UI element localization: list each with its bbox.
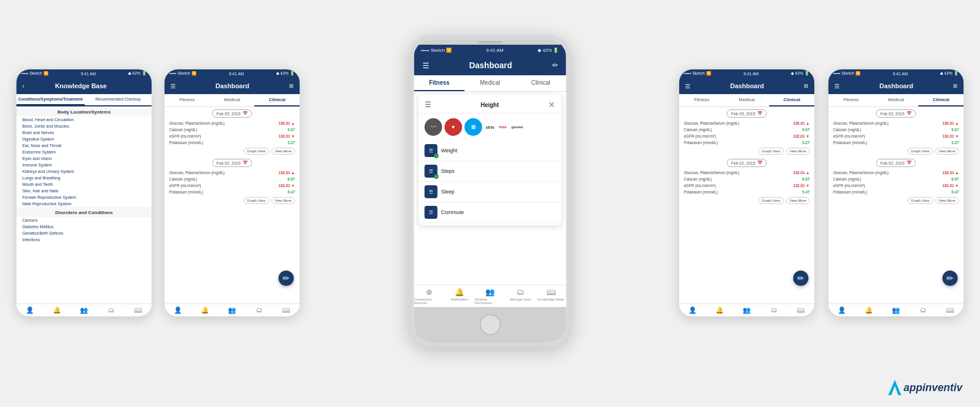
p4-tab-medical[interactable]: Medical (724, 94, 770, 106)
p2-bt-5[interactable]: 📖 (273, 306, 300, 314)
p2-bt-3[interactable]: 👥 (219, 306, 246, 314)
p4-tab-clinical[interactable]: Clinical (769, 94, 814, 106)
kb-link-blood[interactable]: Blood, Heart and Circulation (16, 116, 152, 123)
p4-bt-5[interactable]: 📖 (787, 306, 814, 314)
p5-bt-1[interactable]: 👤 (828, 306, 855, 314)
kb-link-infections[interactable]: Infections (16, 236, 152, 243)
bottom-tab-profile[interactable]: 👤 (16, 306, 43, 314)
bottom-tab-kb[interactable]: 📖 (125, 306, 152, 314)
p5-more-btn-2[interactable]: View More (935, 197, 959, 204)
view-more-btn-2[interactable]: View More (271, 197, 295, 204)
p5-tab-fitness[interactable]: Fitness (828, 94, 874, 106)
phone5-fab[interactable]: ✏ (942, 271, 958, 286)
p5-graph-btn-1[interactable]: Graph View (908, 148, 933, 155)
graph-view-btn-1[interactable]: Graph View (244, 148, 269, 155)
kb-link-mouth[interactable]: Mouth and Teeth (16, 181, 152, 188)
kb-link-male[interactable]: Male Reproductive System (16, 201, 152, 207)
phonec-item-sleep[interactable]: ☰ Sleep (419, 182, 562, 202)
tab-fitness[interactable]: Fitness (165, 94, 210, 106)
kb-link-diabetes[interactable]: Diabetes Mellitus (16, 223, 152, 230)
p4-bt-3[interactable]: 👥 (733, 306, 760, 314)
p5-bt-5[interactable]: 📖 (937, 306, 964, 314)
tab-medical[interactable]: Medical (210, 94, 255, 106)
p2-bt-1[interactable]: 👤 (165, 306, 192, 314)
phonec-bt-sharing[interactable]: 👥 Sharing Permission (475, 288, 505, 305)
p2-bt-4[interactable]: 🗂 (246, 306, 273, 314)
phone4-fab[interactable]: ✏ (793, 271, 808, 286)
p5-tab-clinical[interactable]: Clinical (918, 94, 964, 106)
phonec-tab-fitness[interactable]: Fitness (414, 75, 465, 91)
phone-2: ••••• Sketch 🛜 9:41 AM ◆ 42% 🔋 ☰ Dashboa… (165, 69, 300, 316)
p4-tab-fitness[interactable]: Fitness (679, 94, 724, 106)
phone2-btn-row1: Graph View View More (165, 146, 300, 156)
kb-link-endocrine[interactable]: Endocrine System (16, 149, 152, 155)
phonec-menu-icon[interactable]: ☰ (422, 61, 429, 70)
kb-link-immune[interactable]: Immune System (16, 162, 152, 168)
phonec-tab-clinical[interactable]: Clinical (515, 75, 566, 91)
phone4-share-icon[interactable]: ⊞ (804, 83, 808, 89)
sleep-icon: ☰ (425, 185, 438, 198)
phone-center-home-btn[interactable] (479, 314, 501, 335)
brand-name: appinventiv (904, 382, 962, 394)
source-dots[interactable]: ⋯ (425, 118, 442, 136)
phonec-bt-notif[interactable]: 🔔 Notification (444, 288, 475, 305)
source-garmin[interactable]: garmin (510, 124, 524, 130)
kb-tab-checkup[interactable]: Recommended Checkup (85, 94, 152, 105)
phone4-menu-icon[interactable]: ☰ (685, 83, 690, 89)
phonec-bt-connections[interactable]: ⊕ Connection Sources (414, 288, 445, 305)
phone5-menu-icon[interactable]: ☰ (834, 83, 840, 89)
kb-link-brain[interactable]: Brain and Nerves (16, 129, 152, 136)
p5-bt-2[interactable]: 🔔 (855, 306, 882, 314)
p5-bt-4[interactable]: 🗂 (909, 306, 937, 314)
phonec-dropdown-close[interactable]: ✕ (548, 100, 555, 109)
kb-link-genetics[interactable]: Genetics/Birth Defects (16, 230, 152, 236)
kb-link-ear[interactable]: Ear, Nose and Throat (16, 142, 152, 149)
phonec-bt-manage[interactable]: 🗂 Manage Data (505, 288, 536, 305)
view-more-btn-1[interactable]: View More (271, 148, 295, 155)
phonec-tab-medical[interactable]: Medical (465, 75, 515, 91)
phonec-edit-icon[interactable]: ✏ (552, 61, 558, 69)
kb-link-lungs[interactable]: Lungs and Breathing (16, 175, 152, 181)
source-windows[interactable]: ⊞ (465, 118, 482, 136)
phone2-share-icon[interactable]: ⊞ (289, 83, 294, 89)
p5-more-btn-1[interactable]: View More (935, 148, 959, 155)
kb-link-female[interactable]: Female Reproductive System (16, 194, 152, 201)
kb-link-eyes[interactable]: Eyes and Vision (16, 155, 152, 162)
kb-tab-conditions[interactable]: Conditions/Symptoms/Treatment (16, 94, 85, 105)
p4-graph-btn-2[interactable]: Graph View (759, 197, 784, 204)
p2-bt-2[interactable]: 🔔 (192, 306, 219, 314)
source-health[interactable]: ♥ (445, 118, 462, 136)
p4-bt-4[interactable]: 🗂 (760, 306, 787, 314)
source-striv[interactable]: striv (485, 124, 496, 131)
bottom-tab-share[interactable]: 👥 (71, 306, 98, 314)
kb-link-skin[interactable]: Skin, Hair and Nails (16, 188, 152, 194)
phone2-bottom-tabs: 👤 🔔 👥 🗂 📖 (165, 303, 300, 316)
graph-view-btn-2[interactable]: Graph View (244, 197, 269, 204)
sleep-label: Sleep (441, 189, 455, 195)
p4-bt-1[interactable]: 👤 (679, 306, 706, 314)
p4-graph-btn-1[interactable]: Graph View (759, 148, 784, 155)
p4-more-btn-1[interactable]: View More (786, 148, 810, 155)
commute-icon: ☰ (425, 206, 438, 219)
phone2-fab[interactable]: ✏ (278, 271, 294, 286)
p5-tab-medical[interactable]: Medical (874, 94, 919, 106)
phonec-item-commute[interactable]: ☰ Commute (419, 202, 562, 223)
kb-link-cancers[interactable]: Cancers (16, 217, 152, 223)
svg-marker-0 (888, 380, 901, 395)
phonec-item-steps[interactable]: ☰ ✓ Steps (419, 161, 562, 182)
phonec-bt-kb[interactable]: 📖 Knowledge Base (536, 288, 566, 305)
p4-more-btn-2[interactable]: View More (786, 197, 810, 204)
bottom-tab-manage[interactable]: 🗂 (98, 306, 125, 314)
kb-link-kidneys[interactable]: Kidneys and Urinary System (16, 168, 152, 175)
source-fitbit[interactable]: fitbit (498, 124, 508, 130)
phonec-item-weight[interactable]: ☰ ✓ Weight (419, 141, 562, 161)
phone5-share-icon[interactable]: ⊞ (953, 83, 958, 89)
kb-link-bone[interactable]: Bone, Joints and Muscles (16, 123, 152, 129)
p5-bt-3[interactable]: 👥 (882, 306, 909, 314)
phone2-menu-icon[interactable]: ☰ (170, 83, 176, 89)
p4-bt-2[interactable]: 🔔 (706, 306, 733, 314)
kb-link-digestive[interactable]: Digestive System (16, 136, 152, 142)
p5-graph-btn-2[interactable]: Graph View (908, 197, 933, 204)
tab-clinical[interactable]: Clinical (254, 94, 300, 106)
bottom-tab-notif[interactable]: 🔔 (43, 306, 71, 314)
